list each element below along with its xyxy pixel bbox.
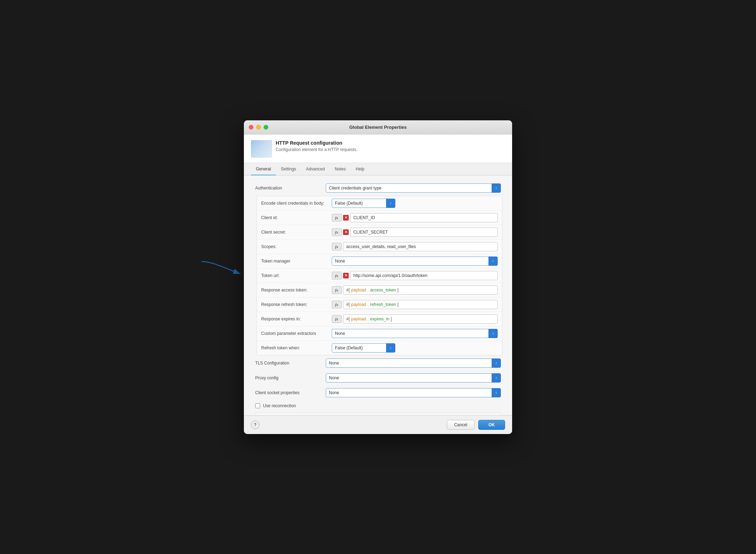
tls-row: TLS Configuration None ↕ — [251, 356, 505, 370]
refresh-token-when-select[interactable]: False (Default) True — [332, 343, 395, 353]
token-url-label: Token url: — [261, 273, 332, 278]
client-secret-control: fx ✕ — [332, 228, 498, 237]
client-id-row: Client id: fx ✕ — [257, 211, 502, 225]
ok-button[interactable]: OK — [478, 420, 505, 430]
client-secret-input[interactable] — [350, 228, 498, 237]
token-url-control: fx ✕ — [332, 271, 498, 280]
refresh-token-when-arrow[interactable]: ↕ — [386, 343, 395, 353]
response-expires-expr[interactable]: #[ payload.expires_in ] — [343, 314, 498, 324]
token-url-error-icon: ✕ — [343, 273, 349, 278]
minimize-button[interactable] — [256, 125, 261, 130]
pointer-arrow — [198, 258, 244, 279]
refresh-expr-green: refresh_token — [370, 302, 396, 307]
dialog-header: HTTP Request configuration Configuration… — [244, 134, 512, 163]
tls-label: TLS Configuration — [255, 361, 326, 366]
custom-param-wrapper: None ↕ — [332, 329, 498, 338]
auth-select[interactable]: Client credentials grant type — [326, 183, 501, 193]
response-expires-label: Response expires in: — [261, 317, 332, 321]
maximize-button[interactable] — [264, 125, 268, 130]
close-button[interactable] — [249, 125, 253, 130]
dialog-footer: ? Cancel OK — [244, 415, 512, 434]
dialog-title: Global Element Properties — [349, 125, 407, 130]
client-socket-label: Client socket properties — [255, 390, 326, 395]
expr-green: access_token — [370, 288, 396, 293]
refresh-token-when-label: Refresh token when: — [261, 345, 332, 350]
client-socket-select[interactable]: None — [326, 388, 501, 397]
response-refresh-token-fx-button[interactable]: fx — [332, 301, 342, 308]
response-expires-fx-button[interactable]: fx — [332, 315, 342, 323]
custom-param-arrow[interactable]: ↕ — [488, 329, 498, 338]
custom-param-select[interactable]: None — [332, 329, 498, 338]
scopes-row: Scopes: fx — [257, 240, 502, 254]
expr-prefix: #[ — [346, 288, 350, 293]
tab-settings[interactable]: Settings — [276, 163, 301, 175]
traffic-lights — [249, 125, 268, 130]
auth-select-arrow[interactable]: ↕ — [492, 183, 501, 193]
scopes-input[interactable] — [343, 242, 498, 251]
proxy-label: Proxy config — [255, 375, 326, 380]
cancel-button[interactable]: Cancel — [447, 420, 475, 430]
scopes-fx-button[interactable]: fx — [332, 243, 342, 251]
title-bar: Global Element Properties — [244, 120, 512, 134]
expires-expr-green: expires_in — [370, 317, 389, 321]
client-id-control: fx ✕ — [332, 213, 498, 222]
expires-expr-orange: payload — [351, 317, 366, 321]
token-url-fx-button[interactable]: fx — [332, 272, 342, 279]
encode-arrow[interactable]: ↕ — [386, 199, 395, 208]
use-reconnection-checkbox[interactable] — [255, 403, 260, 408]
encode-select[interactable]: False (Default) True — [332, 199, 395, 208]
response-refresh-token-expr[interactable]: #[ payload.refresh_token ] — [343, 300, 498, 309]
tab-notes[interactable]: Notes — [330, 163, 350, 175]
tab-general[interactable]: General — [251, 163, 276, 175]
reconnection-sub-section: Fails deployment when test connection fa… — [255, 413, 501, 415]
help-button[interactable]: ? — [251, 421, 259, 429]
response-expires-control: fx #[ payload.expires_in ] — [332, 314, 498, 324]
auth-label: Authentication — [255, 186, 326, 191]
response-expires-row: Response expires in: fx #[ payload.expir… — [257, 312, 502, 326]
client-secret-fx-button[interactable]: fx — [332, 228, 342, 236]
tls-select-wrapper: None ↕ — [326, 359, 501, 368]
use-reconnection-row: Use reconnection — [251, 401, 505, 411]
token-manager-wrapper: None ↕ — [332, 257, 498, 266]
client-id-fx-button[interactable]: fx — [332, 214, 342, 222]
refresh-token-when-row: Refresh token when: False (Default) True… — [257, 341, 502, 355]
tab-advanced[interactable]: Advanced — [301, 163, 330, 175]
token-manager-label: Token manager — [261, 259, 332, 264]
encode-label: Encode client credentials in body: — [261, 201, 332, 206]
token-url-input[interactable] — [350, 271, 498, 280]
dialog-window: Global Element Properties HTTP Request c… — [244, 120, 512, 434]
client-socket-arrow[interactable]: ↕ — [492, 388, 501, 397]
tabs-bar: General Settings Advanced Notes Help — [244, 163, 512, 175]
inner-form-section: Encode client credentials in body: False… — [257, 196, 502, 355]
refresh-token-when-wrapper: False (Default) True ↕ — [332, 343, 395, 353]
token-manager-arrow[interactable]: ↕ — [488, 257, 498, 266]
client-secret-label: Client secret: — [261, 230, 332, 235]
refresh-expr-orange: payload — [351, 302, 366, 307]
footer-buttons: Cancel OK — [447, 420, 505, 430]
client-id-error-icon: ✕ — [343, 215, 349, 221]
client-secret-error-icon: ✕ — [343, 229, 349, 235]
client-secret-row: Client secret: fx ✕ — [257, 225, 502, 240]
client-socket-wrapper: None ↕ — [326, 388, 501, 397]
header-icon — [251, 140, 272, 158]
response-access-token-control: fx #[ payload.access_token ] — [332, 285, 498, 295]
encode-select-wrapper: False (Default) True ↕ — [332, 199, 395, 208]
tls-select[interactable]: None — [326, 359, 501, 368]
client-id-input[interactable] — [350, 213, 498, 222]
custom-param-row: Custom parameter extractors None ↕ — [257, 326, 502, 341]
response-access-token-label: Response access token: — [261, 288, 332, 293]
proxy-arrow[interactable]: ↕ — [492, 373, 501, 383]
response-access-token-expr[interactable]: #[ payload.access_token ] — [343, 285, 498, 295]
use-reconnection-label[interactable]: Use reconnection — [263, 403, 296, 408]
token-manager-row: Token manager None ↕ — [257, 254, 502, 269]
tls-arrow[interactable]: ↕ — [492, 359, 501, 368]
response-access-token-fx-button[interactable]: fx — [332, 286, 342, 294]
refresh-token-when-control: False (Default) True ↕ — [332, 343, 498, 353]
proxy-row: Proxy config None ↕ — [251, 371, 505, 385]
auth-select-wrapper: Client credentials grant type ↕ — [326, 183, 501, 193]
content-area: Authentication Client credentials grant … — [244, 175, 512, 415]
proxy-select[interactable]: None — [326, 373, 501, 383]
token-manager-select[interactable]: None — [332, 257, 498, 266]
proxy-select-wrapper: None ↕ — [326, 373, 501, 383]
tab-help[interactable]: Help — [351, 163, 370, 175]
